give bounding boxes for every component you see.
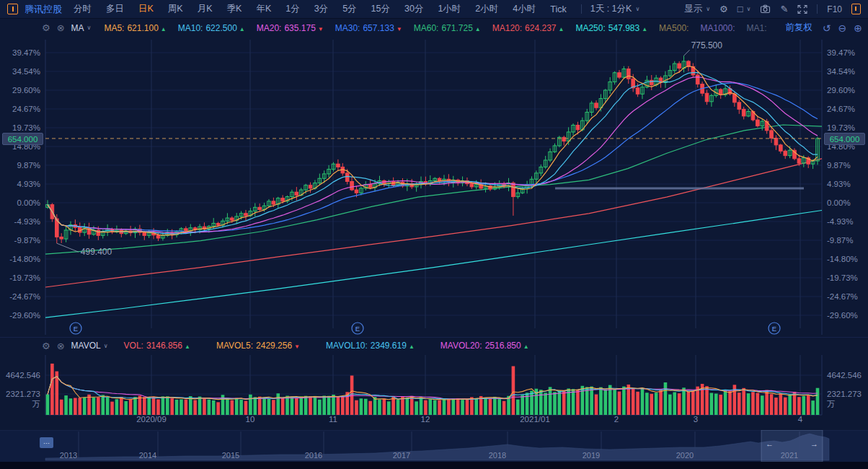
- indicator-label: MA30:: [335, 23, 360, 33]
- price-tick: 4.93%: [0, 179, 40, 189]
- ma-indicator-bar: ⚙ ⊗ MA ∨ MA5:621.100▲MA10:622.500▲MA20:6…: [0, 19, 868, 36]
- ma250-line: [45, 211, 822, 318]
- price-tick: -9.87%: [827, 235, 853, 245]
- indicator-label: MA10:: [178, 23, 203, 33]
- chart-type-dropdown[interactable]: □ ∨: [738, 4, 751, 14]
- stock-name[interactable]: 腾讯控股: [25, 3, 62, 16]
- indicator-value-MAVOL5[interactable]: MAVOL5:2429.256▼: [216, 341, 300, 351]
- indicator-close-icon[interactable]: ⊗: [57, 341, 65, 351]
- earnings-e-marker[interactable]: E: [70, 323, 81, 334]
- down-arrow-icon: ▼: [318, 26, 324, 32]
- tab-5分[interactable]: 5分: [342, 3, 356, 15]
- indicator-value-MA30[interactable]: MA30:657.133▼: [335, 23, 402, 33]
- indicator-number: 624.237: [525, 23, 556, 33]
- candlestick-chart-canvas[interactable]: 775.500499.400EEE: [0, 36, 868, 338]
- tab-4小时[interactable]: 4小时: [513, 3, 536, 15]
- tab-15分[interactable]: 15分: [371, 3, 390, 15]
- tab-Tick[interactable]: Tick: [550, 4, 566, 14]
- tab-分时[interactable]: 分时: [74, 3, 92, 15]
- indicator-number: 2516.850: [485, 341, 521, 351]
- undo-icon[interactable]: ↺: [823, 23, 831, 33]
- tab-月K[interactable]: 月K: [198, 3, 213, 15]
- indicator-label: MA5:: [104, 23, 124, 33]
- indicator-value-MA1000[interactable]: MA1000:: [700, 23, 735, 33]
- price-tick: -14.80%: [827, 254, 858, 264]
- tab-周K[interactable]: 周K: [168, 3, 183, 15]
- tab-季K[interactable]: 季K: [227, 3, 242, 15]
- chevron-down-icon: ∨: [635, 6, 639, 12]
- indicator-label: MA60:: [414, 23, 439, 33]
- indicator-value-MA120[interactable]: MA120:624.237▲: [492, 23, 564, 33]
- price-tick: 4.93%: [827, 179, 851, 189]
- indicator-value-MA20[interactable]: MA20:635.175▼: [257, 23, 324, 33]
- selection-left-arrow-icon[interactable]: ←: [766, 439, 774, 448]
- tab-年K[interactable]: 年K: [256, 3, 271, 15]
- price-tick: -19.73%: [827, 273, 858, 283]
- chevron-down-icon[interactable]: ∨: [87, 25, 92, 31]
- earnings-e-marker[interactable]: E: [352, 323, 363, 334]
- navigator-more-button[interactable]: ···: [40, 437, 53, 448]
- indicator-title[interactable]: MAVOL: [71, 341, 101, 351]
- tab-日K[interactable]: 日K: [138, 3, 154, 15]
- high-price-marker: 775.500: [691, 40, 723, 51]
- zoom-out-icon[interactable]: ⊖: [838, 23, 847, 33]
- indicator-settings-gear-icon[interactable]: ⚙: [42, 23, 50, 32]
- date-label: 4: [798, 415, 802, 424]
- tab-30分[interactable]: 30分: [404, 3, 423, 15]
- indicator-value-MA60[interactable]: MA60:671.725▲: [414, 23, 481, 33]
- candle-style-icon[interactable]: [7, 4, 18, 14]
- adjust-mode-button[interactable]: 前复权: [785, 22, 812, 34]
- settings-gear-icon[interactable]: ⚙: [719, 4, 728, 14]
- indicator-close-icon[interactable]: ⊗: [57, 23, 65, 32]
- price-tick: -29.60%: [827, 310, 858, 320]
- pencil-draw-icon[interactable]: ✎: [780, 4, 788, 14]
- indicator-value-MA1[interactable]: MA1:: [746, 23, 766, 33]
- svg-text:E: E: [74, 325, 78, 333]
- indicator-label: MA250:: [575, 23, 605, 33]
- volume-values: VOL:3146.856▲MAVOL5:2429.256▼MAVOL10:234…: [124, 341, 555, 351]
- tab-2小时[interactable]: 2小时: [475, 3, 498, 15]
- volume-indicator-bar: ⚙ ⊗ MAVOL ∨ VOL:3146.856▲MAVOL5:2429.256…: [0, 337, 868, 354]
- tab-多日[interactable]: 多日: [106, 3, 124, 15]
- indicator-value-MAVOL10[interactable]: MAVOL10:2349.619▲: [326, 341, 415, 351]
- indicator-value-VOL[interactable]: VOL:3146.856▲: [124, 341, 190, 351]
- tab-3分[interactable]: 3分: [314, 3, 328, 15]
- tab-1分[interactable]: 1分: [285, 3, 299, 15]
- indicator-value-MA10[interactable]: MA10:622.500▲: [178, 23, 245, 33]
- indicator-number: 2349.619: [371, 341, 407, 351]
- indicator-number: 547.983: [608, 23, 639, 33]
- indicator-value-MA500[interactable]: MA500:: [659, 23, 688, 33]
- fullscreen-expand-icon[interactable]: [797, 4, 807, 14]
- current-price-badge-left: 654.000: [2, 133, 43, 145]
- camera-icon[interactable]: [760, 4, 771, 14]
- year-label: 2016: [305, 451, 322, 460]
- indicator-value-MAVOL20[interactable]: MAVOL20:2516.850▲: [440, 341, 529, 351]
- history-navigator[interactable]: ←→···20132014201520162017201820192020202…: [0, 430, 868, 462]
- chevron-down-icon[interactable]: ∨: [104, 343, 108, 349]
- indicator-label: MA20:: [257, 23, 282, 33]
- price-tick: 39.47%: [0, 48, 40, 58]
- price-tick: -14.80%: [0, 254, 40, 264]
- indicator-title[interactable]: MA: [71, 23, 84, 33]
- price-tick: 24.67%: [0, 104, 40, 114]
- indicator-value-MA250[interactable]: MA250:547.983▲: [575, 23, 647, 33]
- tab-1小时[interactable]: 1小时: [438, 3, 461, 15]
- price-tick: -24.67%: [0, 292, 40, 302]
- year-label: 2018: [489, 451, 506, 460]
- display-dropdown[interactable]: 显示 ∨: [684, 3, 710, 15]
- selection-right-arrow-icon[interactable]: →: [810, 439, 818, 448]
- date-label: 12: [421, 415, 430, 424]
- year-label: 2017: [393, 451, 410, 460]
- date-label: 3: [694, 415, 698, 424]
- date-label: 2: [614, 415, 619, 424]
- indicator-value-MA5[interactable]: MA5:621.100▲: [104, 23, 166, 33]
- earnings-e-marker[interactable]: E: [769, 323, 780, 334]
- price-tick: 39.47%: [827, 48, 855, 58]
- ma20-line: [48, 77, 818, 233]
- volume-chart-canvas[interactable]: [0, 355, 868, 427]
- f10-button[interactable]: F10: [827, 4, 842, 14]
- single-stock-icon[interactable]: [851, 4, 861, 14]
- multi-period-combo[interactable]: 1天 : 1分K ∨: [590, 3, 640, 15]
- zoom-in-icon[interactable]: ⊕: [854, 23, 862, 33]
- indicator-settings-gear-icon[interactable]: ⚙: [42, 341, 50, 351]
